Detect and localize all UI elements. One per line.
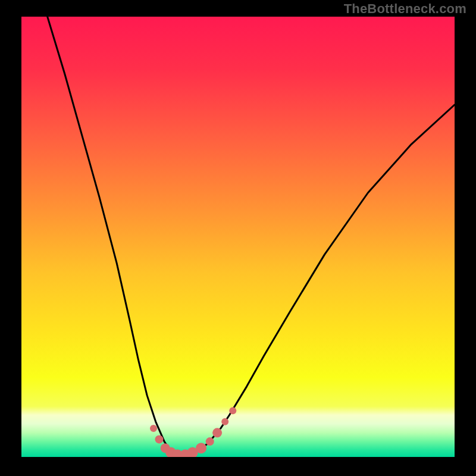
highlight-dot <box>196 443 206 453</box>
highlight-dot <box>206 437 214 446</box>
highlight-dot <box>155 435 164 443</box>
chart-svg <box>21 17 455 457</box>
outer-frame: TheBottleneck.com <box>0 0 476 476</box>
watermark-text: TheBottleneck.com <box>344 1 466 17</box>
highlight-dot <box>229 407 236 414</box>
highlight-dot <box>212 428 222 437</box>
highlight-dot <box>150 425 157 432</box>
highlight-dot <box>221 418 228 425</box>
bottleneck-curve <box>48 17 455 455</box>
plot-area <box>21 17 455 457</box>
